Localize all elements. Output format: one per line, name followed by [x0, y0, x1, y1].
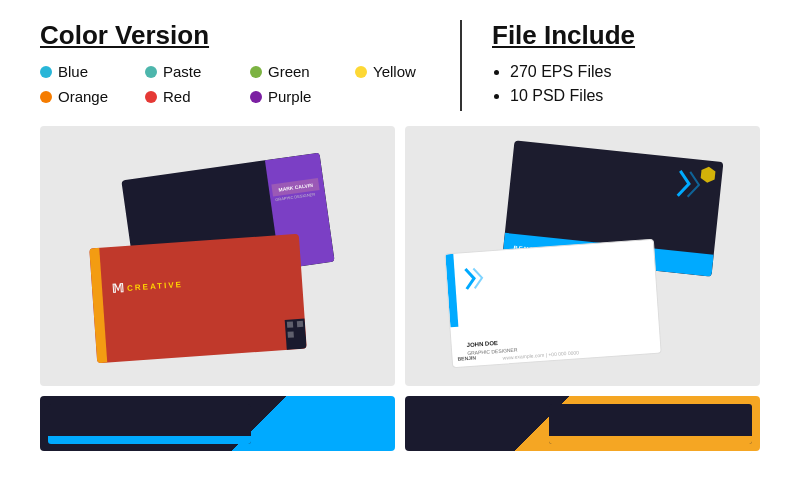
k-logo-white-icon	[461, 263, 491, 293]
svg-rect-2	[287, 331, 293, 337]
partial-card-right	[405, 396, 760, 451]
hex-icon	[698, 165, 718, 185]
color-label-blue: Blue	[58, 63, 88, 80]
bc-qr	[284, 319, 306, 350]
qr-icon	[284, 319, 306, 350]
bc-benjin-white: BENJIN	[457, 355, 476, 362]
top-section: Color Version Blue Paste Green Yellow	[0, 0, 800, 126]
card-preview-1: MARK CALVIN GRAPHIC DESIGNER 𝕄	[40, 126, 395, 386]
color-label-green: Green	[268, 63, 310, 80]
bc-container-right: BENJIN JOHN	[443, 151, 723, 361]
partial-orange-strip	[549, 436, 752, 444]
svg-rect-0	[286, 321, 292, 327]
bc-container-left: MARK CALVIN GRAPHIC DESIGNER 𝕄	[78, 156, 358, 356]
blue-dot	[40, 66, 52, 78]
partial-card-dark-2	[549, 404, 752, 444]
bc-yellow-left	[89, 248, 107, 363]
bc-white-card: JOHN DOE GRAPHIC DESIGNER www.example.co…	[444, 239, 662, 368]
bc-k-logo-white	[461, 263, 491, 297]
svg-marker-3	[700, 166, 716, 183]
color-list: Blue Paste Green Yellow Orange	[40, 63, 460, 105]
yellow-dot	[355, 66, 367, 78]
color-version-title: Color Version	[40, 20, 460, 51]
partial-blue-strip	[48, 436, 251, 444]
color-item-green: Green	[250, 63, 355, 80]
orange-dot	[40, 91, 52, 103]
file-include-section: File Include 270 EPS Files 10 PSD Files	[460, 20, 760, 111]
bc-creative-text: CREATIVE	[126, 280, 182, 293]
page-wrapper: Color Version Blue Paste Green Yellow	[0, 0, 800, 451]
color-label-purple: Purple	[268, 88, 311, 105]
file-item-eps: 270 EPS Files	[510, 63, 760, 81]
svg-rect-1	[296, 321, 302, 327]
color-item-red: Red	[145, 88, 250, 105]
cards-section: MARK CALVIN GRAPHIC DESIGNER 𝕄	[0, 126, 800, 386]
color-label-paste: Paste	[163, 63, 201, 80]
red-dot	[145, 91, 157, 103]
bc-john-doe: JOHN DOE	[466, 340, 498, 348]
bc-red-card: 𝕄 CREATIVE	[89, 234, 307, 363]
color-item-blue: Blue	[40, 63, 145, 80]
color-item-yellow: Yellow	[355, 63, 460, 80]
color-label-orange: Orange	[58, 88, 108, 105]
file-list: 270 EPS Files 10 PSD Files	[492, 63, 760, 105]
bc-blue-side	[445, 254, 458, 328]
color-label-red: Red	[163, 88, 191, 105]
file-item-psd: 10 PSD Files	[510, 87, 760, 105]
color-item-paste: Paste	[145, 63, 250, 80]
color-item-purple: Purple	[250, 88, 355, 105]
color-label-yellow: Yellow	[373, 63, 416, 80]
card-preview-2: BENJIN JOHN	[405, 126, 760, 386]
color-version-section: Color Version Blue Paste Green Yellow	[40, 20, 460, 111]
file-include-title: File Include	[492, 20, 760, 51]
paste-dot	[145, 66, 157, 78]
partial-card-left	[40, 396, 395, 451]
partial-card-dark	[48, 404, 251, 444]
bottom-row	[0, 396, 800, 451]
purple-dot	[250, 91, 262, 103]
bc-m-logo: 𝕄	[111, 281, 124, 296]
green-dot	[250, 66, 262, 78]
bc-hex-deco	[697, 165, 717, 189]
color-item-orange: Orange	[40, 88, 145, 105]
